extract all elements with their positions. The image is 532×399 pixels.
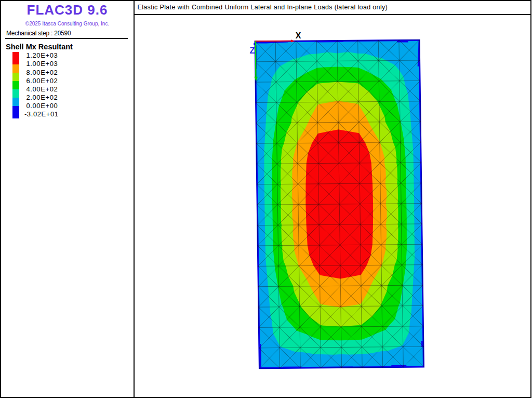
svg-text:Z: Z	[249, 46, 255, 55]
svg-text:X: X	[296, 31, 301, 40]
